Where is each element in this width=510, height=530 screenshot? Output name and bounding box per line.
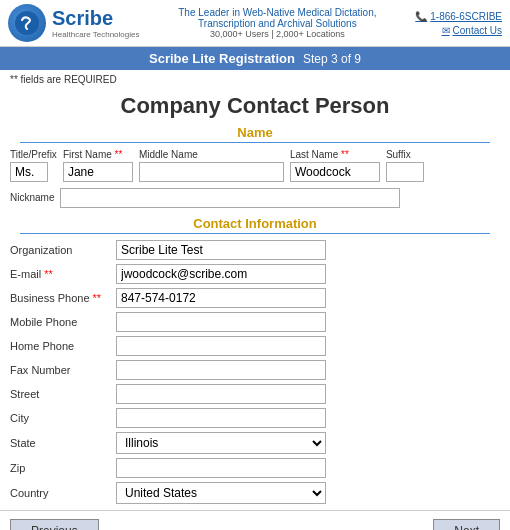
middle-name-label: Middle Name [139,149,284,160]
state-row: State Illinois Alabama Alaska Arizona Ca… [10,432,500,454]
organization-input[interactable] [116,240,326,260]
fax-number-label: Fax Number [10,364,110,376]
first-name-input[interactable] [63,162,133,182]
step-number: Step 3 of 9 [303,52,361,66]
state-label: State [10,437,110,449]
email-icon [442,25,450,36]
name-section-header: Name [20,125,490,143]
organization-label: Organization [10,244,110,256]
header-right: 1-866-6SCRIBE Contact Us [415,11,502,36]
logo-subtitle: Healthcare Technologies [52,30,139,39]
logo-text: Scribe Healthcare Technologies [52,7,139,39]
next-button[interactable]: Next [433,519,500,530]
organization-row: Organization [10,240,500,260]
middle-name-input[interactable] [139,162,284,182]
previous-button[interactable]: Previous [10,519,99,530]
home-phone-label: Home Phone [10,340,110,352]
nickname-label: Nickname [10,192,54,203]
fax-number-row: Fax Number [10,360,500,380]
name-row: Title/Prefix First Name ** Middle Name L… [10,149,500,182]
street-input[interactable] [116,384,326,404]
logo-title: Scribe [52,7,139,30]
phone-icon [415,11,427,22]
last-name-group: Last Name ** [290,149,380,182]
title-prefix-label: Title/Prefix [10,149,57,160]
header-center: The Leader in Web-Native Medical Dictati… [139,7,415,39]
fax-number-input[interactable] [116,360,326,380]
home-phone-row: Home Phone [10,336,500,356]
suffix-group: Suffix [386,149,424,182]
phone-number: 1-866-6SCRIBE [430,11,502,22]
country-label: Country [10,487,110,499]
zip-input[interactable] [116,458,326,478]
contact-us-label: Contact Us [453,25,502,36]
title-prefix-group: Title/Prefix [10,149,57,182]
page-header: Scribe Healthcare Technologies The Leade… [0,0,510,47]
title-prefix-input[interactable] [10,162,48,182]
country-row: Country United States Canada Mexico Othe… [10,482,500,504]
suffix-input[interactable] [386,162,424,182]
nickname-input[interactable] [60,188,400,208]
business-phone-input[interactable] [116,288,326,308]
home-phone-input[interactable] [116,336,326,356]
city-input[interactable] [116,408,326,428]
logo-icon [8,4,46,42]
city-label: City [10,412,110,424]
street-label: Street [10,388,110,400]
nickname-row: Nickname [10,188,500,208]
email-row: E-mail ** [10,264,500,284]
phone-link[interactable]: 1-866-6SCRIBE [415,11,502,22]
email-label: E-mail ** [10,268,110,280]
contact-link[interactable]: Contact Us [442,25,502,36]
stats: 30,000+ Users | 2,000+ Locations [149,29,405,39]
mobile-phone-label: Mobile Phone [10,316,110,328]
last-name-input[interactable] [290,162,380,182]
mobile-phone-input[interactable] [116,312,326,332]
email-input[interactable] [116,264,326,284]
required-note: ** fields are REQUIRED [0,70,510,89]
form-container: Name Title/Prefix First Name ** Middle N… [0,125,510,504]
state-select[interactable]: Illinois Alabama Alaska Arizona Californ… [116,432,326,454]
contact-section: Contact Information Organization E-mail … [10,216,500,504]
business-phone-label: Business Phone ** [10,292,110,304]
middle-name-group: Middle Name [139,149,284,182]
zip-label: Zip [10,462,110,474]
contact-section-header: Contact Information [20,216,490,234]
suffix-label: Suffix [386,149,424,160]
country-select[interactable]: United States Canada Mexico Other [116,482,326,504]
first-name-group: First Name ** [63,149,133,182]
street-row: Street [10,384,500,404]
tagline: The Leader in Web-Native Medical Dictati… [149,7,405,29]
last-name-label: Last Name ** [290,149,380,160]
logo-area: Scribe Healthcare Technologies [8,4,139,42]
city-row: City [10,408,500,428]
step-bar: Scribe Lite Registration Step 3 of 9 [0,47,510,70]
business-phone-row: Business Phone ** [10,288,500,308]
first-name-label: First Name ** [63,149,133,160]
mobile-phone-row: Mobile Phone [10,312,500,332]
page-title: Company Contact Person [0,89,510,125]
registration-title: Scribe Lite Registration [149,51,295,66]
footer-buttons: Previous Next [0,510,510,530]
zip-row: Zip [10,458,500,478]
